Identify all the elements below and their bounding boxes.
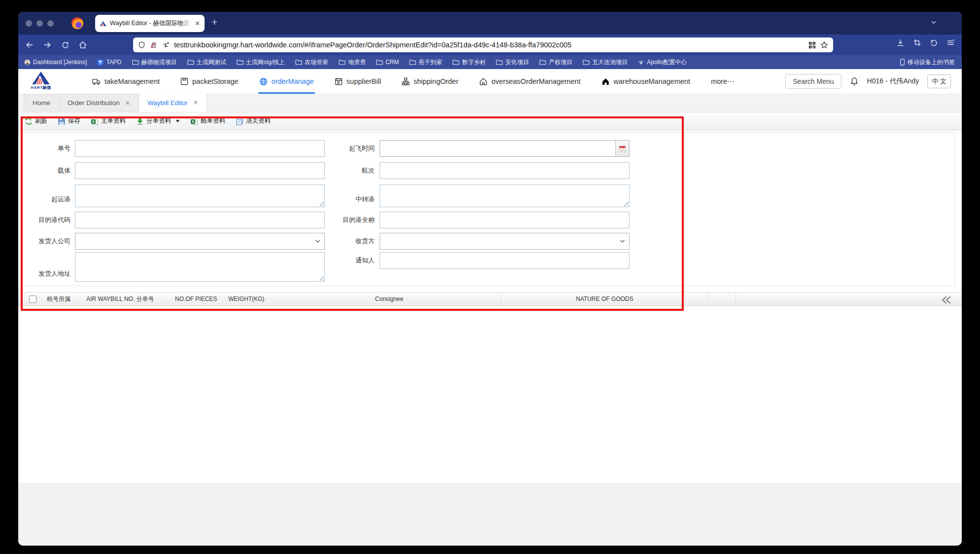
bookmark-item[interactable]: Dashboard [Jenkins]	[24, 59, 87, 66]
insecure-lock-icon[interactable]	[150, 41, 157, 49]
page-tab-home[interactable]: Home	[24, 94, 59, 112]
bookmark-item[interactable]: 安化项目	[496, 58, 529, 67]
language-toggle-button[interactable]: 中 文	[927, 74, 951, 88]
screenshot-icon[interactable]	[913, 38, 921, 47]
manifest-button[interactable]: X 舱单资料	[190, 117, 225, 125]
column-header[interactable]: Consignee	[278, 293, 501, 305]
consignee-select[interactable]	[380, 233, 630, 250]
destination-port-code-field[interactable]	[75, 212, 325, 228]
house-filled-icon	[601, 77, 610, 86]
bookmark-item[interactable]: Apollo配置中心	[638, 58, 687, 67]
hart-logo[interactable]: HART赫德	[27, 72, 55, 90]
page-tab-waybill-editor[interactable]: Waybill Editor ✕	[139, 94, 207, 112]
excel-file-icon: X	[91, 117, 99, 125]
field-label: 目的港代码	[21, 212, 70, 228]
column-header[interactable]: 税号所属	[41, 293, 86, 305]
page-tab-order-distribution[interactable]: Order Distribution ✕	[59, 94, 139, 112]
browser-tab[interactable]: Waybill Editor - 赫德国际物流管理 ✕	[95, 15, 205, 32]
bookmark-item[interactable]: TAPD	[97, 59, 121, 66]
field-label: 收货方	[314, 233, 375, 250]
tab-close-icon[interactable]: ✕	[195, 20, 200, 27]
nav-item-supplier-bill[interactable]: supplierBill	[335, 69, 381, 94]
editor-toolbar: 刷新 保存 X 主单资料 分单资料 X 舱单资料 清关资料	[18, 112, 962, 130]
forward-icon[interactable]	[41, 38, 54, 51]
waybill-number-field[interactable]	[75, 140, 325, 157]
column-header[interactable]: NO.OF PIECES	[175, 293, 228, 305]
field-label: 通知人	[314, 252, 375, 269]
nav-item-warehouse-management[interactable]: warehouseManagement	[601, 69, 691, 94]
back-icon[interactable]	[23, 38, 36, 51]
header-right: Search Menu H016 - 代伟Andy 中 文	[785, 74, 962, 89]
notify-party-field[interactable]	[380, 252, 630, 269]
nav-item-packet-storage[interactable]: packetStorage	[180, 69, 239, 94]
browser-window: Waybill Editor - 赫德国际物流管理 ✕ + testtrunkb…	[18, 12, 962, 546]
bookmark-item[interactable]: 土流网stg/线上	[237, 58, 285, 67]
field-label: 航次	[314, 162, 375, 179]
collapse-panel-icon[interactable]: «	[941, 288, 952, 310]
mobile-bookmarks-item[interactable]: 移动设备上的书签	[900, 58, 955, 67]
close-window-button[interactable]	[26, 20, 32, 27]
bookmark-item[interactable]: 燕子到家	[409, 58, 442, 67]
save-button[interactable]: 保存	[58, 117, 80, 125]
column-header-empty	[736, 293, 962, 305]
bookmark-item[interactable]: 地查查	[339, 58, 366, 67]
close-tab-icon[interactable]: ✕	[125, 100, 130, 107]
save-icon	[58, 117, 66, 125]
zoom-window-button[interactable]	[47, 20, 54, 27]
history-back-icon[interactable]	[930, 38, 938, 47]
field-label: 发货人地址	[21, 252, 70, 282]
select-all-checkbox[interactable]	[29, 295, 36, 303]
bookmark-item[interactable]: 土流网测试	[187, 58, 226, 67]
column-header-empty	[708, 293, 736, 305]
bookmark-item[interactable]: 赫德物流项目	[132, 58, 177, 67]
shipper-company-select[interactable]	[75, 233, 325, 250]
bookmark-item[interactable]: 五大连池项目	[583, 58, 628, 67]
bell-icon[interactable]	[850, 77, 859, 86]
tracking-shield-icon[interactable]	[138, 41, 145, 49]
column-header[interactable]: WEIGHT(KG)	[228, 293, 278, 305]
reload-icon[interactable]	[59, 38, 71, 51]
bookmark-item[interactable]: 产权项目	[539, 58, 572, 67]
column-header[interactable]: AIR WAYBILL NO. 分单号	[86, 293, 175, 305]
nav-item-order-manage[interactable]: orderManage	[259, 69, 314, 94]
folder-icon	[132, 59, 139, 65]
departure-time-field[interactable]: 17	[380, 140, 630, 157]
bookmark-item[interactable]: 数字乡村	[453, 58, 486, 67]
house-bill-table-header: 税号所属 AIR WAYBILL NO. 分单号 NO.OF PIECES WE…	[18, 292, 962, 306]
url-text[interactable]: testtrunkbookingmgr.hart-worldwide.com/#…	[174, 41, 571, 49]
transit-port-field[interactable]	[380, 185, 630, 207]
bookmark-item[interactable]: CRM	[376, 59, 399, 66]
minimize-window-button[interactable]	[36, 20, 43, 27]
voyage-field[interactable]	[380, 162, 630, 179]
list-all-tabs-chevron-icon[interactable]	[930, 19, 937, 26]
house-bill-button[interactable]: 分单资料	[136, 117, 180, 125]
new-tab-button[interactable]: +	[211, 16, 217, 28]
qr-code-icon[interactable]	[808, 41, 816, 49]
date-picker-button[interactable]: 17	[615, 141, 629, 156]
url-bar[interactable]: testtrunkbookingmgr.hart-worldwide.com/#…	[133, 37, 833, 52]
destination-port-name-field[interactable]	[380, 212, 630, 228]
bookmark-item[interactable]: 农场管家	[295, 58, 328, 67]
master-bill-button[interactable]: X 主单资料	[91, 117, 126, 125]
departure-port-field[interactable]	[75, 185, 325, 207]
menu-icon[interactable]	[946, 38, 955, 47]
shipper-address-field[interactable]	[75, 252, 325, 282]
search-menu-button[interactable]: Search Menu	[785, 74, 841, 89]
downloads-icon[interactable]	[896, 38, 905, 47]
svg-text:X: X	[192, 119, 195, 124]
user-account-label[interactable]: H016 - 代伟Andy	[867, 77, 919, 86]
nav-item-more[interactable]: more⋯	[711, 69, 735, 94]
svg-text:17: 17	[621, 148, 624, 151]
caret-down-icon[interactable]	[175, 119, 180, 123]
carrier-field[interactable]	[75, 162, 325, 179]
permissions-icon[interactable]	[162, 41, 170, 49]
bookmark-star-icon[interactable]	[820, 41, 828, 49]
home-icon[interactable]	[76, 38, 89, 51]
refresh-button[interactable]: 刷新	[25, 117, 47, 125]
customs-button[interactable]: 清关资料	[236, 117, 271, 125]
nav-item-shipping-order[interactable]: shippingOrder	[402, 69, 458, 94]
nav-item-overseas-order-management[interactable]: overseasOrderManagement	[479, 69, 581, 94]
column-header[interactable]: NATURE OF GOODS	[501, 293, 708, 305]
nav-item-take-management[interactable]: takeManagement	[92, 69, 160, 94]
close-tab-icon[interactable]: ✕	[193, 99, 198, 106]
